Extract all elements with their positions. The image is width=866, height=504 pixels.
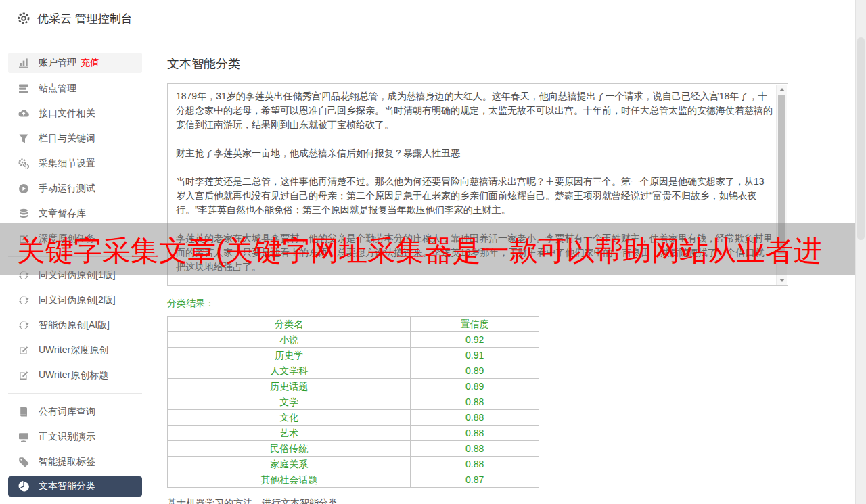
play-circle-icon — [18, 183, 30, 194]
gears-icon — [18, 158, 30, 169]
table-row: 文化0.88 — [168, 410, 539, 426]
table-cell: 民俗传统 — [168, 441, 411, 457]
app-title: 优采云 管理控制台 — [37, 11, 133, 26]
book-icon — [18, 407, 30, 417]
sidebar-item-public-lexicon-query[interactable]: 公有词库查询 — [8, 399, 142, 424]
scroll-up-arrow[interactable] — [777, 85, 787, 94]
sidebar-item-label: 站点管理 — [39, 83, 76, 95]
column-header: 置信度 — [411, 317, 539, 332]
table-row: 小说0.92 — [168, 332, 539, 348]
table-cell: 其他社会话题 — [168, 472, 411, 488]
sidebar-item-label: 正文识别演示 — [39, 431, 95, 443]
sidebar-item-label: 手动运行测试 — [39, 183, 95, 195]
sidebar-divider — [8, 393, 142, 394]
gear-icon — [17, 12, 30, 25]
sidebar-item-text-classification[interactable]: 文本智能分类 — [8, 476, 142, 497]
table-row: 文学0.88 — [168, 394, 539, 410]
browser-scrollbar[interactable] — [855, 0, 866, 504]
sidebar-item-label: 账户管理 — [39, 57, 76, 69]
table-row: 其他社会话题0.87 — [168, 472, 539, 488]
tag-icon — [18, 457, 30, 467]
sidebar-item-smart-tag-extraction[interactable]: 智能提取标签 — [8, 449, 142, 474]
table-cell: 历史学 — [168, 348, 411, 363]
sidebar-item-label: 公有词库查询 — [39, 406, 95, 418]
table-cell: 0.89 — [411, 363, 539, 379]
table-cell: 家庭关系 — [168, 457, 411, 472]
watermark-band: 关键字采集文章(关键字网址采集器是一款可以帮助网站从业者进 — [0, 223, 855, 275]
table-cell: 0.91 — [411, 348, 539, 363]
table-cell: 艺术 — [168, 426, 411, 441]
sidebar-item-api-files[interactable]: 接口文件相关 — [8, 101, 142, 126]
table-row: 历史学0.91 — [168, 348, 539, 363]
sidebar-item-label: 采集细节设置 — [39, 158, 95, 170]
sidebar-item-manual-run-test[interactable]: 手动运行测试 — [8, 176, 142, 201]
sidebar-item-uwriter-original-title[interactable]: UWriter原创标题 — [8, 363, 142, 388]
table-cell: 0.88 — [411, 426, 539, 441]
table-cell: 0.88 — [411, 457, 539, 472]
filter-icon — [18, 133, 30, 144]
cloud-upload-icon — [18, 108, 30, 119]
sidebar-item-label: 智能伪原创[AI版] — [39, 319, 110, 331]
table-cell: 小说 — [168, 332, 411, 348]
page: 优采云 管理控制台 账户管理充值站点管理接口文件相关栏目与关键词采集细节设置手动… — [0, 0, 866, 504]
sidebar-item-site-management[interactable]: 站点管理 — [8, 76, 142, 101]
sidebar-item-label: UWriter深度原创 — [39, 344, 108, 357]
sidebar-item-label: 同义词伪原创[2版] — [39, 294, 116, 306]
server-icon — [18, 83, 30, 94]
table-cell: 0.92 — [411, 332, 539, 348]
page-title: 文本智能分类 — [167, 55, 788, 72]
table-row: 民俗传统0.88 — [168, 441, 539, 457]
sidebar-item-label: 文章暂存库 — [39, 208, 86, 220]
table-header-row: 分类名置信度 — [168, 317, 539, 332]
refresh-icon — [18, 320, 30, 331]
sidebar-item-label: 智能提取标签 — [39, 456, 95, 468]
browser-scrollbar-thumb[interactable] — [857, 37, 865, 240]
column-header: 分类名 — [168, 317, 411, 332]
table-cell: 0.88 — [411, 441, 539, 457]
sidebar-item-columns-keywords[interactable]: 栏目与关键词 — [8, 126, 142, 151]
sidebar-item-account-management[interactable]: 账户管理充值 — [8, 53, 142, 73]
edit-icon — [18, 370, 30, 381]
table-cell: 人文学科 — [168, 363, 411, 379]
table-row: 人文学科0.89 — [168, 363, 539, 379]
table-cell: 0.88 — [411, 410, 539, 426]
database-icon — [18, 208, 30, 219]
table-row: 历史话题0.89 — [168, 379, 539, 394]
sidebar-item-label: UWriter原创标题 — [39, 369, 108, 382]
sidebar-item-collection-settings[interactable]: 采集细节设置 — [8, 151, 142, 176]
table-cell: 0.87 — [411, 472, 539, 488]
sidebar-item-label: 接口文件相关 — [39, 108, 95, 120]
sidebar-item-ai-rewrite[interactable]: 智能伪原创[AI版] — [8, 313, 142, 338]
sidebar-item-label: 栏目与关键词 — [39, 133, 95, 145]
app-header: 优采云 管理控制台 — [0, 0, 866, 37]
table-cell: 文化 — [168, 410, 411, 426]
edit-icon — [18, 345, 30, 356]
sidebar-item-uwriter-deep-original[interactable]: UWriter深度原创 — [8, 338, 142, 363]
results-label: 分类结果： — [167, 298, 788, 310]
table-cell: 历史话题 — [168, 379, 411, 394]
monitor-icon — [18, 432, 30, 442]
table-row: 家庭关系0.88 — [168, 457, 539, 472]
table-cell: 0.88 — [411, 394, 539, 410]
table-row: 艺术0.88 — [168, 426, 539, 441]
classification-results-table: 分类名置信度小说0.92历史学0.91人文学科0.89历史话题0.89文学0.8… — [167, 316, 539, 488]
sidebar-item-article-staging[interactable]: 文章暂存库 — [8, 201, 142, 226]
scroll-down-arrow[interactable] — [777, 275, 787, 285]
table-cell: 0.89 — [411, 379, 539, 394]
table-cell: 文学 — [168, 394, 411, 410]
recharge-link[interactable]: 充值 — [81, 57, 99, 69]
bar-chart-icon — [18, 58, 30, 68]
sidebar-item-content-extraction-demo[interactable]: 正文识别演示 — [8, 424, 142, 449]
watermark-text: 关键字采集文章(关键字网址采集器是一款可以帮助网站从业者进 — [0, 228, 822, 270]
pie-chart-icon — [18, 481, 30, 492]
sidebar-item-synonym-rewrite-v2[interactable]: 同义词伪原创[2版] — [8, 288, 142, 313]
sidebar-item-label: 文本智能分类 — [39, 480, 95, 492]
footer-note: 基于机器学习的方法，进行文本智能分类。 — [167, 497, 788, 504]
refresh-icon — [18, 295, 30, 306]
sidebar-item-content-relevance-check[interactable]: 内容相关度检测 — [8, 499, 142, 504]
